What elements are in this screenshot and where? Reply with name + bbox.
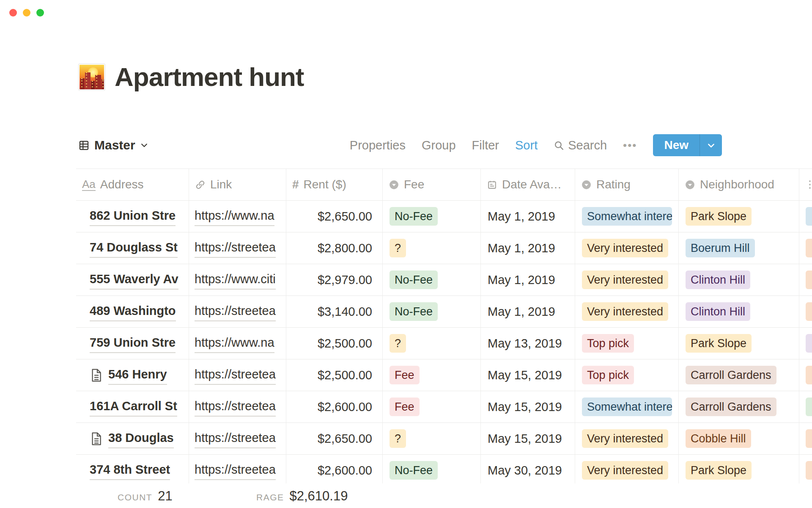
address-cell[interactable]: 862 Union Stre xyxy=(76,201,189,232)
rating-cell[interactable]: Somewhat interested xyxy=(575,201,679,232)
search-button[interactable]: Search xyxy=(554,138,607,152)
new-dropdown-button[interactable] xyxy=(700,134,722,156)
rent-cell[interactable]: $2,600.00 xyxy=(286,455,383,483)
rent-cell[interactable]: $2,500.00 xyxy=(286,328,383,359)
rating-cell[interactable]: Top pick xyxy=(575,328,679,359)
fee-cell[interactable]: ? xyxy=(383,423,481,455)
fee-tag[interactable]: No-Fee xyxy=(390,461,438,480)
address-cell[interactable]: 489 Washingto xyxy=(76,296,189,328)
fee-tag[interactable]: Fee xyxy=(390,366,420,384)
column-header-date[interactable]: Date Ava… xyxy=(481,169,575,201)
column-header-fee[interactable]: Fee xyxy=(383,169,481,201)
close-window-button[interactable] xyxy=(9,9,17,17)
link-cell[interactable]: https://www.na xyxy=(189,201,286,232)
rent-cell[interactable]: $3,140.00 xyxy=(286,296,383,328)
neighborhood-cell[interactable]: Boerum Hill xyxy=(679,232,799,264)
date-available-cell[interactable]: May 1, 2019 xyxy=(481,201,575,232)
neighborhood-cell[interactable]: Park Slope xyxy=(679,201,799,232)
neighborhood-cell[interactable]: Park Slope xyxy=(679,328,799,359)
fee-tag[interactable]: Fee xyxy=(390,398,420,416)
filter-button[interactable]: Filter xyxy=(472,138,499,152)
clipped-column-cell[interactable] xyxy=(799,232,812,264)
address-cell[interactable]: 759 Union Stre xyxy=(76,328,189,359)
group-button[interactable]: Group xyxy=(422,138,456,152)
average-calculation[interactable]: RAGE $2,610.19 xyxy=(256,489,348,504)
sort-button[interactable]: Sort xyxy=(515,138,538,152)
rating-cell[interactable]: Very interested xyxy=(575,296,679,328)
neighborhood-cell[interactable]: Park Slope xyxy=(679,455,799,483)
rent-cell[interactable]: $2,800.00 xyxy=(286,232,383,264)
neighborhood-cell[interactable]: Carroll Gardens xyxy=(679,391,799,423)
fee-cell[interactable]: Fee xyxy=(383,359,481,391)
neighborhood-tag[interactable]: Carroll Gardens xyxy=(686,398,776,416)
new-button[interactable]: New xyxy=(653,134,700,156)
date-available-cell[interactable]: May 15, 2019 xyxy=(481,423,575,455)
rating-tag[interactable]: Very interested xyxy=(582,461,668,480)
fee-tag[interactable]: No-Fee xyxy=(390,302,438,321)
rent-cell[interactable]: $2,650.00 xyxy=(286,201,383,232)
address-cell[interactable]: 555 Waverly Av xyxy=(76,264,189,296)
neighborhood-cell[interactable]: Cobble Hill xyxy=(679,423,799,455)
more-options-button[interactable]: ••• xyxy=(623,139,637,152)
clipped-column-cell[interactable] xyxy=(799,296,812,328)
rating-tag[interactable]: Somewhat interested xyxy=(582,398,672,416)
fee-cell[interactable]: No-Fee xyxy=(383,296,481,328)
rent-cell[interactable]: $2,600.00 xyxy=(286,391,383,423)
date-available-cell[interactable]: May 1, 2019 xyxy=(481,296,575,328)
clipped-column-cell[interactable] xyxy=(799,455,812,483)
address-cell[interactable]: 161A Carroll St xyxy=(76,391,189,423)
column-header-neighborhood[interactable]: Neighborhood xyxy=(679,169,799,201)
address-cell[interactable]: 74 Douglass St xyxy=(76,232,189,264)
fee-cell[interactable]: ? xyxy=(383,232,481,264)
fee-tag[interactable]: ? xyxy=(390,334,406,353)
neighborhood-tag[interactable]: Clinton Hill xyxy=(686,271,750,289)
clipped-column-cell[interactable] xyxy=(799,391,812,423)
fee-tag[interactable]: ? xyxy=(390,429,406,448)
rating-cell[interactable]: Very interested xyxy=(575,455,679,483)
rating-tag[interactable]: Very interested xyxy=(582,239,668,257)
rating-cell[interactable]: Very interested xyxy=(575,264,679,296)
date-available-cell[interactable]: May 1, 2019 xyxy=(481,232,575,264)
neighborhood-tag[interactable]: Park Slope xyxy=(686,334,752,353)
clipped-column-cell[interactable] xyxy=(799,423,812,455)
rating-cell[interactable]: Somewhat interested xyxy=(575,391,679,423)
neighborhood-cell[interactable]: Clinton Hill xyxy=(679,264,799,296)
count-calculation[interactable]: COUNT 21 xyxy=(118,489,173,504)
column-header-address[interactable]: AaAddress xyxy=(76,169,189,201)
neighborhood-cell[interactable]: Carroll Gardens xyxy=(679,359,799,391)
rating-tag[interactable]: Somewhat interested xyxy=(582,207,672,226)
page-icon[interactable] xyxy=(78,64,105,91)
rating-tag[interactable]: Very interested xyxy=(582,429,668,448)
neighborhood-tag[interactable]: Carroll Gardens xyxy=(686,366,776,384)
column-header-rent[interactable]: #Rent ($) xyxy=(286,169,383,201)
fee-cell[interactable]: ? xyxy=(383,328,481,359)
neighborhood-tag[interactable]: Boerum Hill xyxy=(686,239,755,257)
fee-cell[interactable]: No-Fee xyxy=(383,455,481,483)
rating-cell[interactable]: Very interested xyxy=(575,423,679,455)
clipped-column-cell[interactable] xyxy=(799,201,812,232)
address-cell[interactable]: 38 Douglas xyxy=(76,423,189,455)
page-title[interactable]: Apartment hunt xyxy=(115,62,304,92)
date-available-cell[interactable]: May 15, 2019 xyxy=(481,359,575,391)
neighborhood-tag[interactable]: Park Slope xyxy=(686,207,752,226)
column-header-link[interactable]: Link xyxy=(189,169,286,201)
rating-tag[interactable]: Top pick xyxy=(582,334,634,353)
minimize-window-button[interactable] xyxy=(23,9,30,17)
rating-tag[interactable]: Top pick xyxy=(582,366,634,384)
rating-cell[interactable]: Top pick xyxy=(575,359,679,391)
neighborhood-tag[interactable]: Clinton Hill xyxy=(686,302,750,321)
rating-cell[interactable]: Very interested xyxy=(575,232,679,264)
fee-cell[interactable]: No-Fee xyxy=(383,264,481,296)
fee-tag[interactable]: No-Fee xyxy=(390,271,438,289)
clipped-column-cell[interactable] xyxy=(799,359,812,391)
fee-cell[interactable]: Fee xyxy=(383,391,481,423)
rent-cell[interactable]: $2,979.00 xyxy=(286,264,383,296)
fee-cell[interactable]: No-Fee xyxy=(383,201,481,232)
link-cell[interactable]: https://streetea xyxy=(189,296,286,328)
clipped-column-cell[interactable] xyxy=(799,264,812,296)
address-cell[interactable]: 374 8th Street xyxy=(76,455,189,483)
date-available-cell[interactable]: May 30, 2019 xyxy=(481,455,575,483)
column-header-rating[interactable]: Rating xyxy=(575,169,679,201)
properties-button[interactable]: Properties xyxy=(350,138,406,152)
link-cell[interactable]: https://streetea xyxy=(189,423,286,455)
